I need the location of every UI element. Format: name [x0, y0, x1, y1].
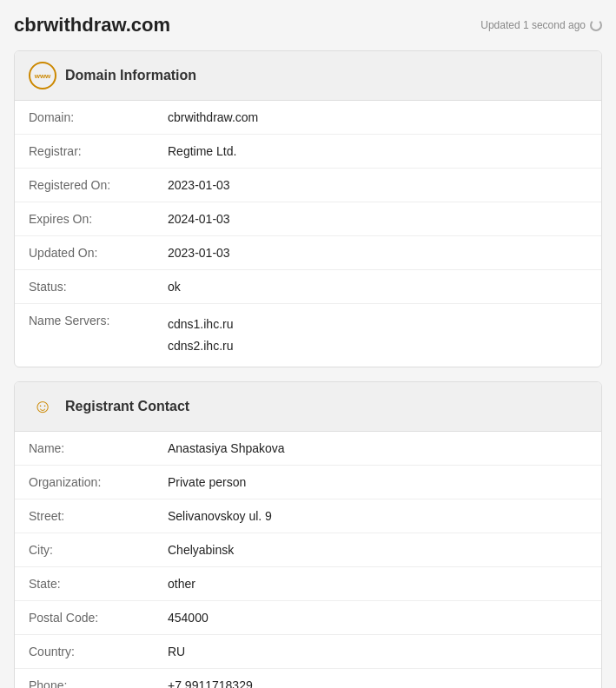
registrant-row-label: Phone:: [15, 669, 154, 688]
domain-row-label: Registrar:: [15, 135, 154, 169]
registrant-row-label: Organization:: [15, 466, 154, 499]
domain-row-label: Status:: [15, 270, 154, 304]
domain-section: www Domain Information Domain:cbrwithdra…: [14, 50, 602, 367]
www-icon-circle: www: [29, 62, 56, 89]
registrant-row-value: Private person: [154, 466, 601, 499]
registrant-row-label: Street:: [15, 499, 154, 533]
registrant-info-table: Name:Anastasiya ShpakovaOrganization:Pri…: [15, 432, 601, 688]
registrant-section-header: ☺ Registrant Contact: [15, 382, 601, 432]
registrant-row-value: other: [154, 567, 601, 601]
domain-row-label: Registered On:: [15, 169, 154, 202]
domain-row-value: Regtime Ltd.: [154, 135, 601, 169]
domain-row-value: 2024-01-03: [154, 202, 601, 236]
domain-row-value: ok: [154, 270, 601, 304]
page-header: cbrwithdraw.com Updated 1 second ago: [14, 14, 602, 36]
domain-row: Registrar:Regtime Ltd.: [15, 135, 601, 169]
registrant-row: Phone:+7.9911718329: [15, 669, 601, 688]
domain-row: Expires On:2024-01-03: [15, 202, 601, 236]
www-icon-label: www: [35, 72, 51, 80]
registrant-row-value: Anastasiya Shpakova: [154, 432, 601, 466]
registrant-section: ☺ Registrant Contact Name:Anastasiya Shp…: [14, 381, 602, 688]
registrant-row-value: 454000: [154, 601, 601, 635]
domain-row-label: Expires On:: [15, 202, 154, 236]
registrant-row-value: Selivanovskoy ul. 9: [154, 499, 601, 533]
domain-info-table: Domain:cbrwithdraw.comRegistrar:Regtime …: [15, 101, 601, 367]
domain-row: Status:ok: [15, 270, 601, 304]
domain-row: Registered On:2023-01-03: [15, 169, 601, 202]
registrant-row: State:other: [15, 567, 601, 601]
domain-section-header: www Domain Information: [15, 51, 601, 101]
updated-info: Updated 1 second ago: [480, 19, 602, 31]
registrant-row-label: City:: [15, 533, 154, 567]
registrant-row-value: Chelyabinsk: [154, 533, 601, 567]
domain-row-value: 2023-01-03: [154, 236, 601, 270]
domain-row-label: Domain:: [15, 101, 154, 135]
www-icon: www: [29, 62, 56, 89]
page-title: cbrwithdraw.com: [14, 14, 170, 36]
registrant-row-label: State:: [15, 567, 154, 601]
domain-row-value: 2023-01-03: [154, 169, 601, 202]
domain-section-title: Domain Information: [65, 68, 196, 83]
registrant-row-label: Postal Code:: [15, 601, 154, 635]
registrant-row: Name:Anastasiya Shpakova: [15, 432, 601, 466]
registrant-row-label: Country:: [15, 635, 154, 669]
registrant-section-title: Registrant Contact: [65, 399, 189, 414]
registrant-row: Organization:Private person: [15, 466, 601, 499]
page-wrapper: cbrwithdraw.com Updated 1 second ago www…: [0, 0, 616, 688]
registrant-row: Street:Selivanovskoy ul. 9: [15, 499, 601, 533]
domain-row-label: Name Servers:: [15, 304, 154, 367]
registrant-row: Postal Code:454000: [15, 601, 601, 635]
refresh-icon[interactable]: [590, 19, 602, 31]
registrant-row-value: RU: [154, 635, 601, 669]
person-icon: ☺: [29, 393, 56, 420]
registrant-row-value: +7.9911718329: [154, 669, 601, 688]
registrant-row: Country:RU: [15, 635, 601, 669]
registrant-row-label: Name:: [15, 432, 154, 466]
domain-row: Domain:cbrwithdraw.com: [15, 101, 601, 135]
domain-row-label: Updated On:: [15, 236, 154, 270]
domain-row-value: cbrwithdraw.com: [154, 101, 601, 135]
updated-text: Updated 1 second ago: [480, 19, 586, 31]
registrant-row: City:Chelyabinsk: [15, 533, 601, 567]
domain-row: Updated On:2023-01-03: [15, 236, 601, 270]
domain-row-value: cdns1.ihc.rucdns2.ihc.ru: [154, 304, 601, 367]
domain-row: Name Servers:cdns1.ihc.rucdns2.ihc.ru: [15, 304, 601, 367]
